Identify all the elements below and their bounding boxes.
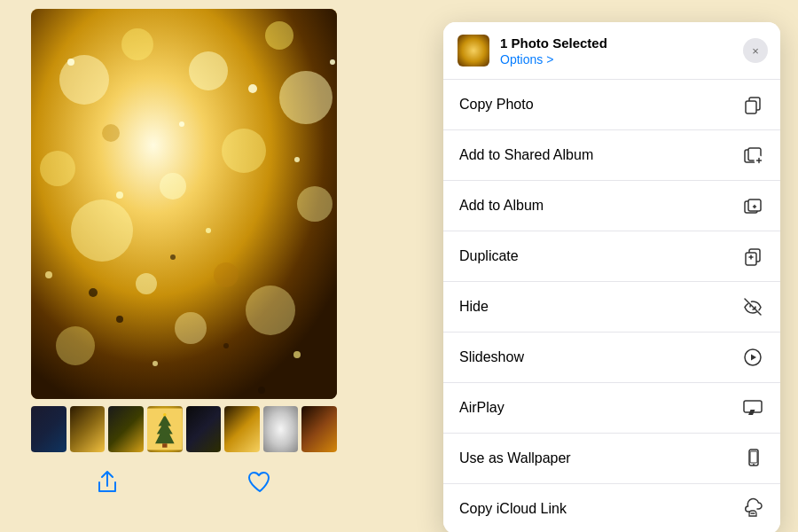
svg-rect-37 [746, 101, 756, 113]
svg-point-15 [102, 124, 120, 142]
context-menu: 1 Photo Selected Options > × Copy Photo … [443, 22, 780, 532]
duplicate-icon [741, 245, 764, 268]
copy-photo-label: Copy Photo [459, 97, 534, 113]
menu-item-hide[interactable]: Hide [443, 282, 780, 332]
header-thumbnail [458, 35, 489, 66]
menu-item-duplicate[interactable]: Duplicate [443, 231, 780, 282]
hide-label: Hide [459, 299, 489, 315]
svg-point-22 [206, 228, 211, 233]
menu-item-use-as-wallpaper[interactable]: Use as Wallpaper [443, 434, 780, 484]
copy-photo-icon [741, 93, 764, 116]
menu-item-copy-photo[interactable]: Copy Photo [443, 80, 780, 130]
copy-icloud-link-label: Copy iCloud Link [459, 501, 567, 517]
thumbnail-6[interactable] [224, 406, 260, 452]
add-shared-album-icon [741, 144, 764, 167]
svg-point-17 [67, 59, 74, 66]
header-text: 1 Photo Selected Options > [500, 35, 607, 66]
svg-point-21 [116, 192, 123, 199]
svg-point-4 [265, 21, 293, 50]
svg-rect-34 [162, 443, 167, 448]
svg-point-9 [222, 129, 266, 173]
thumbnail-1[interactable] [31, 406, 66, 452]
svg-rect-51 [750, 451, 757, 463]
options-link[interactable]: Options > [500, 52, 607, 66]
menu-item-add-album[interactable]: Add to Album [443, 181, 780, 231]
add-shared-album-label: Add to Shared Album [459, 147, 593, 163]
menu-item-airplay[interactable]: AirPlay [443, 383, 780, 434]
svg-point-28 [170, 254, 176, 260]
svg-point-3 [189, 51, 228, 90]
main-photo [31, 9, 337, 399]
menu-item-copy-icloud-link[interactable]: Copy iCloud Link [443, 484, 780, 532]
thumbnail-2[interactable] [70, 406, 106, 452]
slideshow-icon [741, 346, 764, 369]
hide-icon [741, 295, 764, 318]
add-album-label: Add to Album [459, 198, 544, 214]
svg-point-27 [116, 316, 123, 323]
favorite-button[interactable] [240, 463, 279, 502]
svg-point-5 [279, 71, 332, 124]
copy-icloud-link-icon [741, 497, 764, 520]
add-album-icon [741, 194, 764, 217]
svg-point-52 [753, 464, 755, 466]
svg-point-1 [59, 55, 109, 105]
menu-item-add-shared-album[interactable]: Add to Shared Album [443, 130, 780, 181]
thumbnail-3[interactable] [108, 406, 144, 452]
slideshow-label: Slideshow [459, 349, 524, 365]
svg-point-16 [214, 262, 239, 287]
menu-header: 1 Photo Selected Options > × [443, 22, 780, 80]
thumbnail-4[interactable] [147, 406, 183, 452]
header-title: 1 Photo Selected [500, 35, 607, 52]
svg-point-25 [153, 361, 158, 366]
airplay-label: AirPlay [459, 400, 505, 416]
share-button[interactable] [89, 463, 126, 502]
svg-point-13 [246, 286, 295, 335]
thumbnail-7[interactable] [263, 406, 299, 452]
svg-point-35 [163, 413, 167, 417]
svg-point-18 [179, 121, 184, 127]
duplicate-label: Duplicate [459, 248, 519, 264]
svg-point-29 [223, 343, 229, 348]
svg-point-23 [330, 59, 335, 65]
thumbnail-strip [31, 406, 337, 452]
use-as-wallpaper-label: Use as Wallpaper [459, 450, 571, 466]
svg-marker-47 [751, 355, 756, 361]
svg-point-2 [121, 28, 153, 60]
svg-point-30 [89, 288, 98, 297]
svg-point-11 [56, 326, 95, 365]
use-as-wallpaper-icon [741, 447, 764, 470]
svg-point-26 [293, 351, 301, 358]
svg-point-7 [71, 200, 133, 262]
svg-point-12 [175, 312, 207, 344]
svg-point-31 [258, 387, 265, 394]
svg-point-10 [297, 186, 332, 222]
svg-point-19 [248, 84, 257, 93]
svg-point-8 [160, 173, 186, 200]
svg-point-20 [294, 157, 300, 162]
close-button[interactable]: × [743, 38, 768, 63]
thumbnail-8[interactable] [301, 406, 337, 452]
photo-area [0, 0, 368, 532]
bottom-actions [31, 463, 337, 502]
svg-point-24 [45, 271, 52, 278]
menu-item-slideshow[interactable]: Slideshow [443, 332, 780, 383]
thumbnail-5[interactable] [186, 406, 222, 452]
svg-point-14 [136, 273, 157, 294]
airplay-icon [741, 396, 764, 419]
svg-point-6 [40, 151, 75, 186]
